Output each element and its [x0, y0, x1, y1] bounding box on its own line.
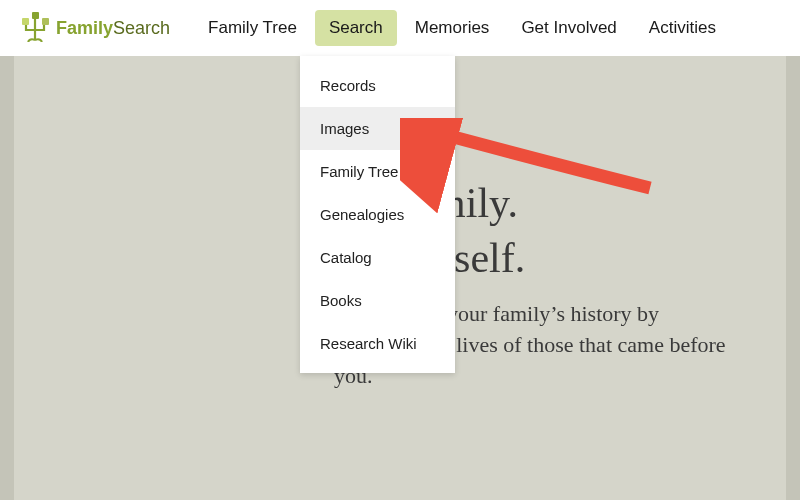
svg-rect-2 [42, 18, 49, 25]
search-dropdown: Records Images Family Tree Genealogies C… [300, 56, 455, 373]
svg-rect-1 [22, 18, 29, 25]
dropdown-item-genealogies[interactable]: Genealogies [300, 193, 455, 236]
top-nav-bar: FamilySearch Family Tree Search Memories… [0, 0, 800, 56]
brand-name: FamilySearch [56, 18, 170, 39]
dropdown-item-records[interactable]: Records [300, 64, 455, 107]
nav-get-involved[interactable]: Get Involved [507, 10, 630, 46]
nav-memories[interactable]: Memories [401, 10, 504, 46]
primary-nav: Family Tree Search Memories Get Involved… [194, 10, 730, 46]
dropdown-item-images[interactable]: Images [300, 107, 455, 150]
nav-search[interactable]: Search [315, 10, 397, 46]
nav-activities[interactable]: Activities [635, 10, 730, 46]
dropdown-item-books[interactable]: Books [300, 279, 455, 322]
brand-logo[interactable]: FamilySearch [20, 10, 170, 46]
svg-rect-0 [32, 12, 39, 19]
dropdown-item-catalog[interactable]: Catalog [300, 236, 455, 279]
nav-family-tree[interactable]: Family Tree [194, 10, 311, 46]
tree-icon [20, 10, 52, 46]
dropdown-item-family-tree[interactable]: Family Tree [300, 150, 455, 193]
dropdown-item-research-wiki[interactable]: Research Wiki [300, 322, 455, 365]
